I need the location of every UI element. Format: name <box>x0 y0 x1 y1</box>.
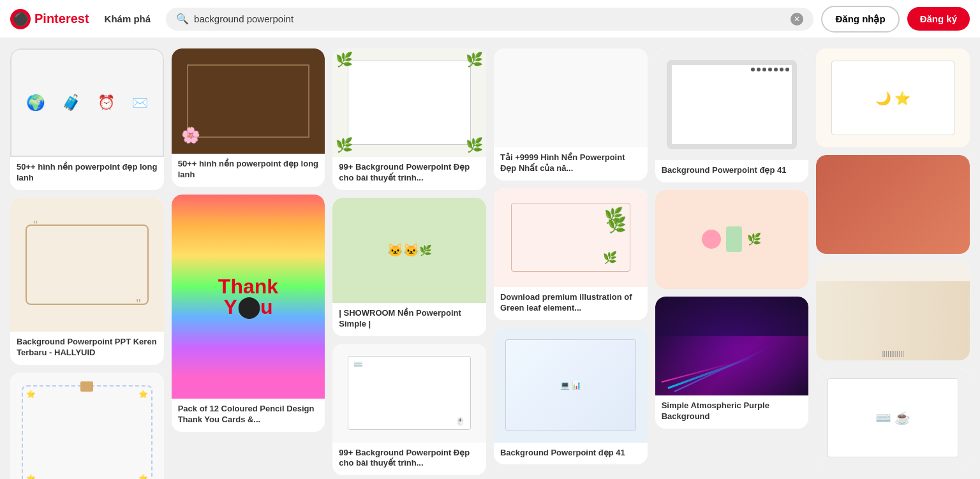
logo-text: Pinterest <box>34 11 89 26</box>
pin-card[interactable]: 🌿 <box>655 190 809 289</box>
pin-image-wrap <box>494 48 648 147</box>
pin-info: Background Powerpoint đẹp 41 <box>655 160 809 182</box>
pin-card[interactable]: 🌸 50++ hình nền powerpoint đẹp long lanh <box>172 48 325 187</box>
pin-card[interactable]: |||||||||||| <box>816 262 970 360</box>
logo[interactable]: ⚫ Pinterest <box>10 9 89 29</box>
pin-card[interactable]: " " Background Powerpoint PPT Keren Terb… <box>10 198 164 365</box>
pin-image-wrap: " " <box>10 198 164 332</box>
pin-image-wrap: 🌿 🌿 🌿 <box>494 188 648 287</box>
pin-image-wrap: ThankY⬤u <box>172 195 325 399</box>
search-input[interactable] <box>194 13 785 24</box>
pin-card[interactable]: 💻 📊 Background Powerpoint đẹp 41 <box>494 328 648 465</box>
pin-card[interactable]: ⭐ ⭐ ⭐ ⭐ 50++ hình nền powerpoint đẹp lon… <box>10 372 164 479</box>
pin-image-wrap: 🐱 🐱 🌿 <box>332 198 486 303</box>
pin-card[interactable] <box>816 155 970 254</box>
pin-title: Background Powerpoint PPT Keren Terbaru … <box>17 337 158 358</box>
nav-explore[interactable]: Khám phá <box>97 8 159 29</box>
search-bar: 🔍 ✕ <box>166 8 813 31</box>
pin-image-wrap: ⌨️ ☕ <box>816 368 970 467</box>
pin-card[interactable]: Background Powerpoint đẹp 41 <box>655 48 809 182</box>
pin-grid: 🌍 🧳 ⏰ ✉️ 50++ hình nền powerpoint đẹp lo… <box>10 48 970 479</box>
pin-info: | SHOWROOM Nền Powerpoint Simple | <box>332 303 486 336</box>
pin-title: 50++ hình nền powerpoint đẹp long lanh <box>178 159 319 181</box>
pin-image-wrap: |||||||||||| <box>816 262 970 360</box>
clear-search-icon[interactable]: ✕ <box>791 13 803 26</box>
pin-image-wrap: 🌿 <box>655 190 809 289</box>
pin-title: Background Powerpoint đẹp 41 <box>662 165 803 176</box>
pin-image-wrap: ⌨️ 🖱️ <box>332 344 486 443</box>
pin-title: 99+ Background Powerpoint Đẹp cho bài th… <box>339 162 480 184</box>
pin-title: Download premium illustration of Green l… <box>500 292 641 314</box>
pin-card[interactable]: 🐱 🐱 🌿 | SHOWROOM Nền Powerpoint Simple | <box>332 198 486 336</box>
pin-info: 99+ Background Powerpoint Đẹp cho bài th… <box>332 443 486 476</box>
pin-title: 99+ Background Powerpoint Đẹp cho bài th… <box>339 448 480 469</box>
pin-info: Background Powerpoint đẹp 41 <box>494 443 648 465</box>
pin-title: Background Powerpoint đẹp 41 <box>500 448 641 459</box>
pin-image-wrap: 🌿 🌿 🌿 🌿 <box>332 48 486 157</box>
pin-info: Simple Atmospheric Purple Background <box>655 395 809 429</box>
pin-info: Background Powerpoint PPT Keren Terbaru … <box>10 332 164 365</box>
pin-image-wrap <box>655 48 809 160</box>
pin-image-wrap: 💻 📊 <box>494 328 648 443</box>
pin-title: Pack of 12 Coloured Pencil Design Thank … <box>178 404 319 425</box>
pin-title: | SHOWROOM Nền Powerpoint Simple | <box>339 308 480 330</box>
pin-image-wrap <box>655 297 809 395</box>
pin-image-wrap: 🌙 ⭐ <box>816 48 970 147</box>
pin-card[interactable]: 🌍 🧳 ⏰ ✉️ 50++ hình nền powerpoint đẹp lo… <box>10 48 164 190</box>
main-content: 🌍 🧳 ⏰ ✉️ 50++ hình nền powerpoint đẹp lo… <box>0 38 980 479</box>
pin-title: Tải +9999 Hình Nền Powerpoint Đẹp Nhất c… <box>500 152 641 174</box>
search-icon: 🔍 <box>176 13 189 25</box>
pin-card[interactable]: 🌿 🌿 🌿 Download premium illustration of G… <box>494 188 648 320</box>
pin-title: Simple Atmospheric Purple Background <box>662 401 803 422</box>
pin-card[interactable]: Tải +9999 Hình Nền Powerpoint Đẹp Nhất c… <box>494 48 648 181</box>
signup-button[interactable]: Đăng ký <box>907 7 970 31</box>
pin-info: Tải +9999 Hình Nền Powerpoint Đẹp Nhất c… <box>494 147 648 181</box>
login-button[interactable]: Đăng nhập <box>821 6 899 33</box>
pin-image-wrap: 🌍 🧳 ⏰ ✉️ <box>10 48 164 157</box>
pin-image-wrap: 🌸 <box>172 48 325 154</box>
pinterest-icon: ⚫ <box>10 9 31 29</box>
pin-card[interactable]: 🌿 🌿 🌿 🌿 99+ Background Powerpoint Đẹp ch… <box>332 48 486 190</box>
pin-info: 99+ Background Powerpoint Đẹp cho bài th… <box>332 157 486 190</box>
pin-info: Download premium illustration of Green l… <box>494 287 648 320</box>
pin-info: 50++ hình nền powerpoint đẹp long lanh <box>172 154 325 187</box>
pin-info: Pack of 12 Coloured Pencil Design Thank … <box>172 399 325 432</box>
pin-image-wrap <box>816 155 970 254</box>
pin-card[interactable]: ⌨️ ☕ <box>816 368 970 467</box>
pin-image-wrap: ⭐ ⭐ ⭐ ⭐ <box>10 372 164 479</box>
pin-card[interactable]: Simple Atmospheric Purple Background <box>655 297 809 429</box>
header: ⚫ Pinterest Khám phá 🔍 ✕ Đăng nhập Đăng … <box>0 0 980 38</box>
pin-info: 50++ hình nền powerpoint đẹp long lanh <box>10 157 164 190</box>
pin-card[interactable]: 🌙 ⭐ <box>816 48 970 147</box>
pin-title: 50++ hình nền powerpoint đẹp long lanh <box>17 162 158 184</box>
pin-card[interactable]: ThankY⬤uPack of 12 Coloured Pencil Desig… <box>172 195 325 432</box>
pin-card[interactable]: ⌨️ 🖱️ 99+ Background Powerpoint Đẹp cho … <box>332 344 486 476</box>
